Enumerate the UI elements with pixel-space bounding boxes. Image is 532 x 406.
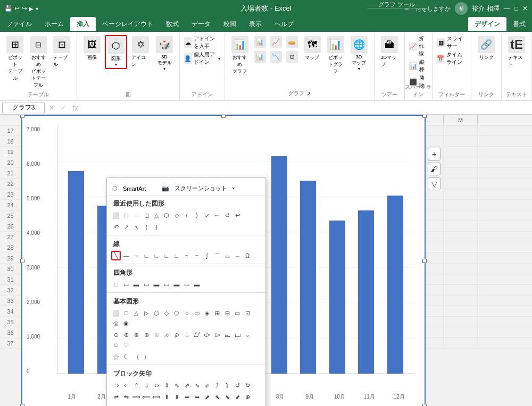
basic-21[interactable]: ≋ (152, 330, 161, 340)
cell-29-m[interactable] (444, 253, 478, 263)
screenshot-arrow[interactable]: ▾ (232, 186, 235, 191)
arrow-22[interactable]: ⬅ (182, 392, 192, 402)
cell-17-m[interactable] (444, 125, 478, 136)
tab-format[interactable]: 書式 (506, 17, 532, 31)
basic-30[interactable]: ⌵ (243, 330, 252, 340)
basic-27[interactable]: ⌲ (212, 330, 222, 340)
basic-1[interactable]: ⬜ (111, 308, 121, 318)
arrow-29[interactable]: ⊖ (111, 404, 121, 406)
rect-6[interactable]: ▭ (162, 280, 171, 289)
line-elbow2[interactable]: ∟ (152, 251, 161, 260)
rect-2[interactable]: ▭ (121, 280, 131, 289)
line-curve1[interactable]: ~ (182, 251, 192, 260)
basic-26[interactable]: ⌱ (202, 330, 212, 340)
line-straight[interactable]: — (121, 251, 131, 260)
3d-map-button[interactable]: 🌐 3Dマップ ▾ (348, 35, 370, 72)
basic-16[interactable]: ◉ (121, 318, 131, 328)
recent-shape-7[interactable]: ◇ (172, 210, 181, 220)
basic-14[interactable]: ⊡ (243, 308, 252, 318)
user-avatar[interactable]: 裕 (455, 2, 468, 15)
sparkline-column-button[interactable]: 📊 縦棒 (409, 58, 428, 73)
basic-10[interactable]: ◈ (202, 308, 212, 318)
tab-page-layout[interactable]: ページレイアウト (96, 17, 160, 31)
basic-24[interactable]: ⌯ (182, 330, 192, 340)
basic-4[interactable]: ▷ (142, 308, 151, 318)
recent-shape-13[interactable]: ↩ (232, 210, 242, 220)
line-elbow[interactable]: ∟ (142, 251, 151, 260)
name-box[interactable] (2, 103, 45, 113)
basic-19[interactable]: ⊛ (131, 330, 141, 340)
cell-34-m[interactable] (444, 306, 478, 316)
arrow-30[interactable]: ⊗ (121, 404, 131, 406)
basic-18[interactable]: ⊚ (121, 330, 131, 340)
basic-34[interactable]: ☾ (121, 352, 131, 361)
arrow-2[interactable]: ⇐ (121, 380, 131, 390)
basic-13[interactable]: ▭ (232, 308, 242, 318)
cell-31-m[interactable] (444, 274, 478, 284)
recent-shape-14[interactable]: ↗ (121, 222, 131, 232)
recent-shape-3[interactable]: — (131, 210, 141, 220)
cell-21-m[interactable] (444, 168, 478, 178)
arrow-20[interactable]: ⬆ (162, 392, 171, 402)
recent-shape-brace1[interactable]: ↶ (111, 222, 121, 232)
basic-35[interactable]: ｛ (131, 352, 141, 361)
rect-7[interactable]: ▬ (172, 280, 181, 289)
cell-35-m[interactable] (444, 317, 478, 327)
recent-shape-10[interactable]: ↙ (202, 210, 212, 220)
basic-9[interactable]: ⬭ (192, 308, 202, 318)
arrow-15[interactable]: ⇌ (111, 392, 121, 402)
arrow-28[interactable]: ⊕ (243, 392, 252, 402)
pivot-chart-button[interactable]: 📊 ピボットグラフ (325, 35, 346, 76)
rect-4[interactable]: ▭ (142, 280, 151, 289)
bar-10月[interactable] (329, 221, 345, 374)
link-button[interactable]: 🔗 リンク (476, 35, 497, 62)
basic-20[interactable]: ⊜ (142, 330, 151, 340)
redo-icon[interactable]: ↪ (22, 5, 27, 12)
line-diagonal[interactable]: ╲ (111, 251, 121, 260)
cell-20-m[interactable] (444, 157, 478, 167)
recent-shape-6[interactable]: ⬡ (162, 210, 171, 220)
timeline-button[interactable]: 📅 タイムライン (437, 51, 467, 66)
line-curve2[interactable]: ~ (192, 251, 202, 260)
arrow-18[interactable]: ⟸ (142, 392, 151, 402)
cell-19-m[interactable] (444, 147, 478, 157)
basic-17[interactable]: ⊙ (111, 330, 121, 340)
shapes-dropdown-arrow[interactable]: ▾ (115, 62, 117, 67)
cell-36-m[interactable] (444, 327, 478, 337)
basic-2[interactable]: □ (121, 308, 131, 318)
table-button[interactable]: ⊡ テーブル (51, 35, 72, 69)
line-scribble[interactable]: Ω (243, 251, 252, 260)
3d-model-arrow[interactable]: ▾ (163, 66, 165, 71)
cell-28-m[interactable] (444, 242, 478, 252)
undo-icon[interactable]: ↩ (14, 5, 20, 12)
cell-23-m[interactable] (444, 189, 478, 199)
line-area-chart-button[interactable]: 📈 (269, 35, 284, 49)
get-addin-button[interactable]: ☁ アドインを入手 (184, 35, 220, 50)
line-elbow4[interactable]: ∟ (172, 251, 181, 260)
tab-design[interactable]: デザイン (468, 17, 506, 31)
arrow-17[interactable]: ⟹ (131, 392, 141, 402)
cell-25-m[interactable] (444, 210, 478, 221)
arrow-16[interactable]: ⇋ (121, 392, 131, 402)
tab-formula[interactable]: 数式 (160, 17, 185, 31)
image-button[interactable]: 🖼 画像 (81, 35, 103, 62)
cell-24-m[interactable] (444, 200, 478, 210)
basic-22[interactable]: ⌭ (162, 330, 171, 340)
arrow-19[interactable]: ⟺ (152, 392, 161, 402)
arrow-10[interactable]: ⇙ (202, 380, 212, 390)
basic-6[interactable]: ◇ (162, 308, 171, 318)
chart-filter-button[interactable]: ▽ (428, 177, 440, 190)
tab-data[interactable]: データ (185, 17, 217, 31)
arrow-24[interactable]: ⬈ (202, 392, 212, 402)
recent-shape-12[interactable]: ↺ (222, 210, 232, 220)
arrow-12[interactable]: ⤵ (222, 380, 232, 390)
arrow-11[interactable]: ⤴ (212, 380, 222, 390)
basic-12[interactable]: ⊟ (222, 308, 232, 318)
bar-8月[interactable] (271, 156, 287, 374)
slicer-button[interactable]: ▦ スライサー (437, 35, 467, 50)
basic-3[interactable]: △ (131, 308, 141, 318)
smartart-button[interactable]: SmartArt (123, 185, 146, 192)
basic-33[interactable]: ⚝ (111, 352, 121, 361)
sparkline-line-button[interactable]: 📈 折れ線 (409, 35, 428, 57)
window-minimize[interactable]: — (504, 5, 510, 12)
